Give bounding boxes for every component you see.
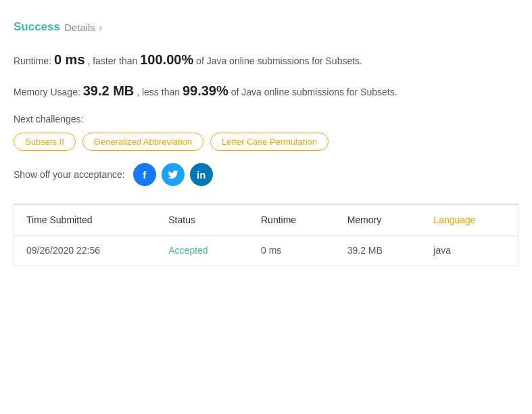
runtime-percent: 100.00%: [140, 52, 193, 67]
breadcrumb: Success Details ›: [14, 20, 518, 34]
table-header-row: Time Submitted Status Runtime Memory Lan…: [14, 205, 518, 235]
memory-percent: 99.39%: [183, 83, 228, 98]
twitter-icon[interactable]: [162, 163, 185, 186]
social-icons-container: f in: [133, 163, 213, 186]
success-label: Success: [14, 20, 60, 34]
memory-line: Memory Usage: 39.2 MB , less than 99.39%…: [14, 80, 518, 101]
social-label: Show off your acceptance:: [14, 169, 125, 180]
memory-middle: , less than: [137, 87, 180, 97]
next-challenges-label: Next challenges:: [14, 114, 518, 124]
challenge-btn-letter-case-permutation[interactable]: Letter Case Permutation: [210, 133, 329, 151]
status-badge: Accepted: [168, 245, 208, 256]
runtime-prefix: Runtime:: [14, 55, 51, 66]
cell-language: java: [421, 235, 518, 266]
challenge-btn-subsets-ii[interactable]: Subsets II: [14, 133, 76, 151]
details-label[interactable]: Details: [64, 22, 95, 33]
table-row: 09/26/2020 22:56 Accepted 0 ms 39.2 MB j…: [14, 235, 518, 266]
linkedin-icon[interactable]: in: [190, 163, 213, 186]
facebook-icon[interactable]: f: [133, 163, 156, 186]
table-body: 09/26/2020 22:56 Accepted 0 ms 39.2 MB j…: [14, 235, 518, 266]
cell-runtime: 0 ms: [249, 235, 335, 266]
cell-status: Accepted: [156, 235, 249, 266]
memory-prefix: Memory Usage:: [14, 87, 80, 97]
chevron-icon: ›: [99, 22, 102, 32]
memory-suffix: of Java online submissions for Subsets.: [231, 87, 397, 97]
col-header-memory: Memory: [335, 205, 422, 235]
runtime-middle: , faster than: [87, 55, 137, 66]
runtime-value: 0 ms: [54, 52, 85, 67]
col-header-runtime: Runtime: [249, 205, 335, 235]
cell-memory: 39.2 MB: [335, 235, 422, 266]
col-header-status: Status: [156, 205, 249, 235]
col-header-language: Language: [421, 205, 518, 235]
challenge-buttons-container: Subsets II Generalized Abbreviation Lett…: [14, 133, 518, 151]
col-header-time-submitted: Time Submitted: [14, 205, 157, 235]
challenge-btn-generalized-abbreviation[interactable]: Generalized Abbreviation: [82, 133, 203, 151]
submissions-table: Time Submitted Status Runtime Memory Lan…: [14, 204, 518, 266]
runtime-line: Runtime: 0 ms , faster than 100.00% of J…: [14, 49, 518, 70]
runtime-suffix: of Java online submissions for Subsets.: [196, 55, 362, 66]
social-section: Show off your acceptance: f in: [14, 163, 518, 186]
memory-value: 39.2 MB: [83, 83, 135, 98]
cell-time-submitted: 09/26/2020 22:56: [14, 235, 157, 266]
